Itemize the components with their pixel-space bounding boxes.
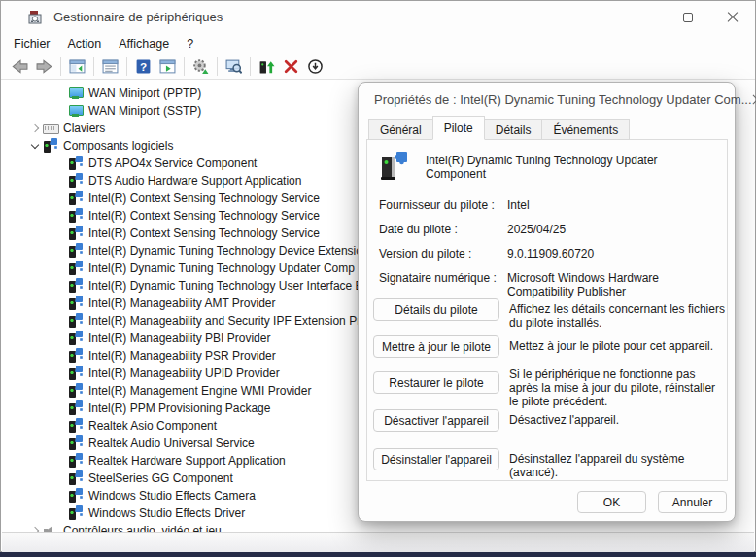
- tree-item-icon: [68, 418, 84, 434]
- driver-action-description: Mettez à jour le pilote pour cet apparei…: [509, 339, 725, 353]
- driver-action-button[interactable]: Désinstaller l'appareil: [373, 448, 499, 470]
- tree-item-icon: [68, 278, 84, 294]
- minimize-button[interactable]: [621, 1, 666, 33]
- tree-item-label: DTS APO4x Service Component: [88, 157, 257, 170]
- driver-action-button[interactable]: Mettre à jour le pilote: [373, 335, 499, 358]
- tree-item-label: Realtek Asio Component: [88, 419, 217, 433]
- expander-chevron-icon[interactable]: [27, 138, 43, 154]
- toolbar-separator: [93, 57, 94, 76]
- tree-item-icon: [43, 138, 58, 154]
- dialog-footer: OK Annuler: [359, 491, 727, 515]
- titlebar: Gestionnaire de périphériques: [1, 1, 755, 33]
- tree-item-icon: [68, 435, 84, 451]
- driver-action-button[interactable]: Restaurer le pilote: [373, 371, 499, 394]
- scan-hardware-changes-icon[interactable]: [192, 58, 209, 75]
- dialog-tab[interactable]: Général: [368, 119, 433, 140]
- tree-item-icon: [68, 313, 84, 329]
- tree-item-label: Windows Studio Effects Driver: [88, 506, 245, 520]
- show-console-tree-icon[interactable]: [69, 58, 86, 75]
- driver-action-description: Désinstallez l'appareil du système (avan…: [509, 452, 725, 479]
- tree-item-label: Intel(R) Management Engine WMI Provider: [88, 384, 311, 398]
- tree-item-icon: [68, 103, 84, 119]
- svg-text:?: ?: [140, 60, 147, 73]
- menubar-item[interactable]: ?: [178, 35, 202, 52]
- properties-icon[interactable]: [102, 58, 119, 75]
- tree-item-label: Intel(R) Context Sensing Technology Serv…: [88, 209, 320, 223]
- pilote-tab-page: Intel(R) Dynamic Tuning Technology Updat…: [366, 139, 728, 481]
- minimize-icon: [638, 17, 649, 17]
- tree-item-icon: [68, 226, 84, 241]
- tree-item-label: SteelSeries GG Component: [88, 471, 233, 485]
- expander-chevron-icon[interactable]: [27, 523, 43, 532]
- device-manager-app-icon: [27, 9, 44, 25]
- tree-item-icon: [68, 156, 84, 171]
- forward-icon[interactable]: [36, 58, 52, 75]
- close-icon: [727, 12, 739, 23]
- menubar-item[interactable]: Action: [59, 35, 111, 52]
- tree-item-label: Intel(R) PPM Provisioning Package: [88, 401, 270, 415]
- desktop-background-strip: [0, 552, 756, 557]
- menubar-item[interactable]: Fichier: [5, 35, 59, 52]
- tree-item-label: Intel(R) Manageability PBI Provider: [88, 331, 270, 345]
- update-driver-icon[interactable]: [258, 58, 275, 75]
- tree-item-label: Intel(R) Manageability and Security IPF …: [88, 314, 367, 328]
- tree-item-label: Windows Studio Effects Camera: [88, 489, 256, 503]
- tree-item-label: Realtek Hardware Support Application: [88, 454, 286, 468]
- window-title: Gestionnaire de périphériques: [53, 10, 223, 24]
- window-bottom-edge: [2, 532, 754, 552]
- disable-device-icon[interactable]: [307, 58, 324, 75]
- expander-chevron-icon[interactable]: [27, 121, 43, 136]
- tree-item-icon: [68, 470, 84, 486]
- close-icon: [752, 94, 756, 105]
- tree-item-label: Realtek Audio Universal Service: [88, 436, 255, 450]
- toolbar-separator: [184, 57, 185, 76]
- driver-action-description: Affichez les détails concernant les fich…: [509, 302, 725, 330]
- driver-action-description: Désactivez l'appareil.: [509, 413, 725, 427]
- dialog-titlebar: Propriétés de : Intel(R) Dynamic Tuning …: [359, 83, 735, 116]
- driver-action-description: Si le périphérique ne fonctionne pas apr…: [509, 367, 725, 408]
- show-action-pane-icon[interactable]: [159, 58, 176, 75]
- dialog-tabs: GénéralPiloteDétailsÉvénements: [368, 117, 629, 140]
- screen: Gestionnaire de périphériques FichierAct…: [0, 0, 756, 557]
- dialog-close-button[interactable]: [752, 83, 756, 116]
- ok-button[interactable]: OK: [577, 491, 646, 513]
- dialog-tab[interactable]: Événements: [541, 119, 630, 140]
- menubar-item[interactable]: Affichage: [110, 35, 178, 52]
- tree-item-label: DTS Audio Hardware Support Application: [88, 174, 301, 188]
- tree-item-label: Intel(R) Dynamic Tuning Technology Devic…: [88, 244, 362, 258]
- tree-item-icon: [68, 86, 84, 101]
- back-icon[interactable]: [12, 58, 28, 75]
- toolbar: ?: [1, 54, 755, 80]
- dialog-tab[interactable]: Détails: [484, 119, 543, 140]
- dialog-tab[interactable]: Pilote: [432, 116, 485, 140]
- tree-item-icon: [68, 400, 84, 416]
- tree-item-label: Intel(R) Manageability AMT Provider: [88, 296, 276, 310]
- tree-item-icon: [68, 296, 84, 311]
- tree-item-label: Intel(R) Dynamic Tuning Technology User …: [88, 279, 363, 293]
- tree-item-label: Intel(R) Context Sensing Technology Serv…: [88, 191, 320, 205]
- tree-item-label: Intel(R) Dynamic Tuning Technology Updat…: [88, 261, 355, 275]
- close-button[interactable]: [710, 1, 755, 33]
- tree-item-label: Claviers: [63, 122, 105, 135]
- uninstall-device-icon[interactable]: [283, 58, 299, 75]
- toolbar-separator: [250, 57, 251, 76]
- cancel-button[interactable]: Annuler: [658, 491, 727, 513]
- window-controls: [621, 1, 755, 33]
- tree-item-icon: [68, 331, 84, 346]
- driver-action-button[interactable]: Désactiver l'appareil: [373, 409, 499, 432]
- tree-item-label: Contrôleurs audio, vidéo et jeu: [63, 524, 222, 532]
- search-computer-icon[interactable]: [225, 58, 242, 75]
- tree-item-icon: [43, 121, 58, 136]
- driver-action-button[interactable]: Détails du pilote: [373, 298, 499, 321]
- toolbar-separator: [60, 57, 61, 76]
- tree-item-icon: [43, 523, 58, 532]
- toolbar-separator: [126, 57, 127, 76]
- help-icon[interactable]: ?: [135, 58, 152, 75]
- maximize-button[interactable]: [666, 1, 710, 33]
- driver-actions: Détails du pilote Affichez les détails c…: [367, 140, 727, 480]
- tree-item-icon: [68, 173, 84, 189]
- tree-item-icon: [68, 243, 84, 259]
- tree-item-label: WAN Miniport (PPTP): [88, 87, 201, 100]
- properties-dialog: Propriétés de : Intel(R) Dynamic Tuning …: [358, 82, 736, 522]
- tree-item[interactable]: Contrôleurs audio, vidéo et jeu: [2, 522, 754, 532]
